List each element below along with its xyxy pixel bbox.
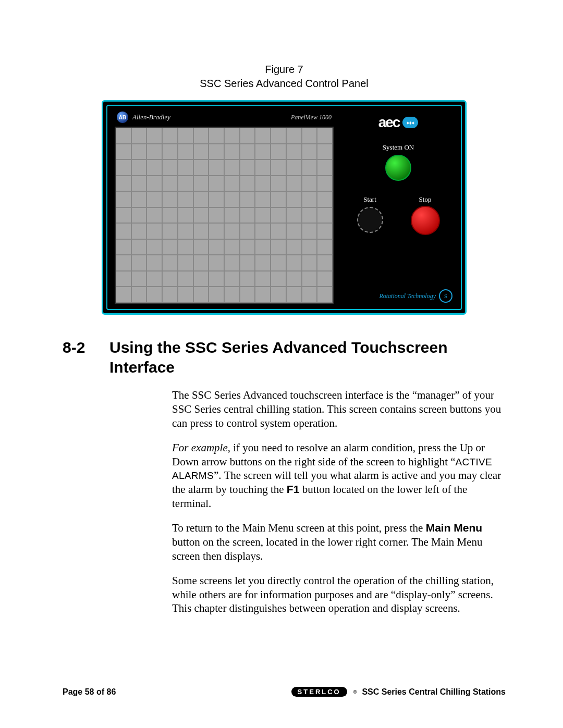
- footer-doc-title: SSC Series Central Chilling Stations: [362, 687, 506, 697]
- page-number: Page 58 of 86: [63, 687, 116, 697]
- sterlco-logo: STERLCO: [291, 687, 347, 697]
- panel-inner: AB Allen-Bradley PanelView 1000: [106, 105, 462, 310]
- rot-tech-seal-icon: S: [439, 289, 452, 303]
- section-heading: 8-2 Using the SSC Series Advanced Touchs…: [63, 338, 506, 377]
- p2-lead: For example: [172, 441, 228, 454]
- section-number: 8-2: [63, 338, 109, 377]
- p2-key: F1: [287, 483, 300, 495]
- aec-logo: aec ♦♦♦: [378, 114, 419, 131]
- section-title: Using the SSC Series Advanced Touchscree…: [109, 338, 506, 377]
- rotational-technology-badge: Rotational Technology S: [379, 289, 452, 303]
- p3-key: Main Menu: [426, 522, 483, 534]
- sterlco-text: STERLCO: [298, 688, 341, 696]
- start-column: Start: [357, 195, 383, 235]
- paragraph-1: The SSC Series Advanced touchscreen inte…: [172, 388, 506, 430]
- start-stop-row: Start Stop: [343, 195, 454, 235]
- document-page: Figure 7 SSC Series Advanced Control Pan…: [0, 0, 563, 728]
- p3-a: To return to the Main Menu screen at thi…: [172, 522, 426, 534]
- paragraph-3: To return to the Main Menu screen at thi…: [172, 521, 506, 563]
- panelview-model: PanelView 1000: [291, 114, 332, 121]
- footer-right: STERLCO ® SSC Series Central Chilling St…: [291, 687, 506, 697]
- ab-badge-icon: AB: [117, 112, 128, 123]
- figure-label: Figure 7: [265, 64, 303, 75]
- touchscreen-grid[interactable]: [115, 127, 334, 304]
- figure-title: SSC Series Advanced Control Panel: [200, 78, 369, 89]
- figure-caption: Figure 7 SSC Series Advanced Control Pan…: [63, 63, 506, 91]
- stop-label: Stop: [419, 195, 432, 204]
- ab-brand-text: Allen-Bradley: [132, 113, 170, 121]
- touchscreen-area: AB Allen-Bradley PanelView 1000: [115, 111, 334, 304]
- system-on-indicator: [385, 155, 411, 181]
- page-footer: Page 58 of 86 STERLCO ® SSC Series Centr…: [63, 687, 506, 697]
- screen-header: AB Allen-Bradley PanelView 1000: [115, 111, 334, 127]
- allen-bradley-logo: AB Allen-Bradley: [117, 112, 170, 123]
- control-panel-figure: AB Allen-Bradley PanelView 1000: [102, 100, 467, 315]
- start-label: Start: [363, 195, 376, 204]
- p3-b: button on the screen, located in the low…: [172, 536, 483, 562]
- start-button[interactable]: [357, 207, 383, 233]
- rot-tech-text: Rotational Technology: [379, 292, 436, 300]
- panel-controls: aec ♦♦♦ System ON Start Stop: [343, 111, 454, 304]
- stop-column: Stop: [411, 195, 440, 235]
- registered-mark: ®: [353, 689, 357, 695]
- aec-logo-text: aec: [378, 114, 400, 131]
- aec-drops-icon: ♦♦♦: [402, 117, 418, 128]
- body-text: The SSC Series Advanced touchscreen inte…: [172, 388, 506, 615]
- stop-button[interactable]: [411, 206, 440, 235]
- paragraph-4: Some screens let you directly control th…: [172, 574, 506, 616]
- system-on-label: System ON: [383, 143, 414, 152]
- panel-outer-bezel: AB Allen-Bradley PanelView 1000: [102, 100, 467, 315]
- paragraph-2: For example, if you need to resolve an a…: [172, 441, 506, 511]
